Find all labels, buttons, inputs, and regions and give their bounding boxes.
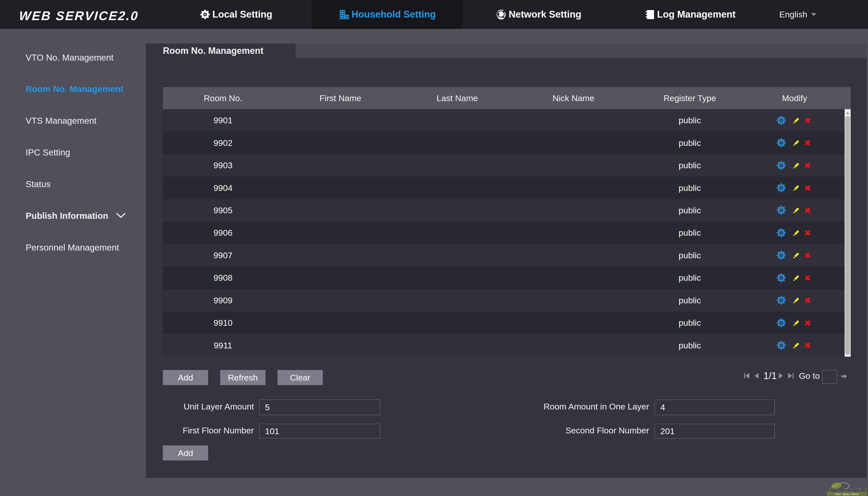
svg-text:Home - garden - kitchen: Home - garden - kitchen: [835, 493, 859, 496]
